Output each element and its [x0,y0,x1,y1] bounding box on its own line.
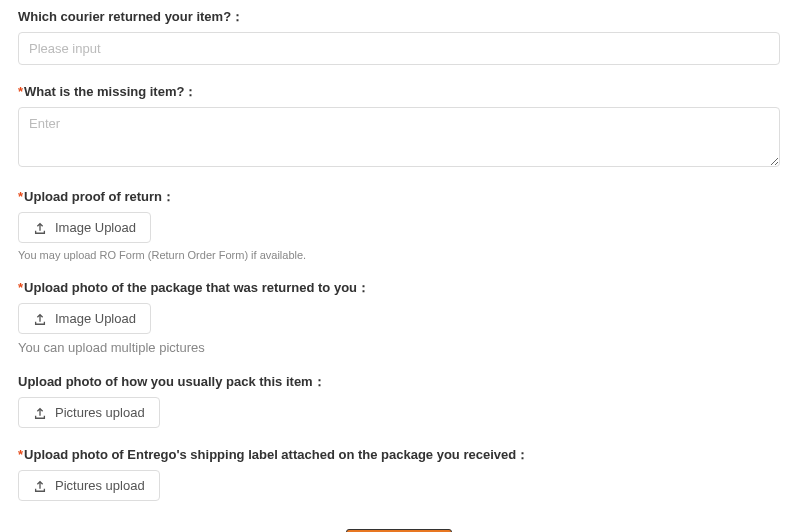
required-star-icon: * [18,447,23,462]
upload-packing-button[interactable]: Pictures upload [18,397,160,428]
label-proof-of-return: *Upload proof of return： [18,188,780,206]
form-group-package-photo: *Upload photo of the package that was re… [18,279,780,355]
upload-shipping-label-button[interactable]: Pictures upload [18,470,160,501]
label-text: Upload proof of return： [24,189,175,204]
courier-input[interactable] [18,32,780,65]
upload-button-label: Pictures upload [55,405,145,420]
label-text: Upload photo of Entrego's shipping label… [24,447,529,462]
upload-button-label: Image Upload [55,311,136,326]
upload-package-button[interactable]: Image Upload [18,303,151,334]
upload-icon [33,312,47,326]
form-group-proof-of-return: *Upload proof of return： Image Upload Yo… [18,188,780,261]
form-group-missing-item: *What is the missing item?： [18,83,780,170]
upload-icon [33,479,47,493]
helper-package-photo: You can upload multiple pictures [18,340,780,355]
label-package-photo: *Upload photo of the package that was re… [18,279,780,297]
label-shipping-label-photo: *Upload photo of Entrego's shipping labe… [18,446,780,464]
label-text: Upload photo of how you usually pack thi… [18,374,326,389]
upload-proof-button[interactable]: Image Upload [18,212,151,243]
required-star-icon: * [18,280,23,295]
form-group-packing-photo: Upload photo of how you usually pack thi… [18,373,780,428]
required-star-icon: * [18,189,23,204]
upload-icon [33,221,47,235]
helper-proof-of-return: You may upload RO Form (Return Order For… [18,249,780,261]
upload-icon [33,406,47,420]
label-courier: Which courier returned your item?： [18,8,780,26]
form-group-courier: Which courier returned your item?： [18,8,780,65]
label-missing-item: *What is the missing item?： [18,83,780,101]
missing-item-textarea[interactable] [18,107,780,167]
label-text: Upload photo of the package that was ret… [24,280,370,295]
upload-button-label: Image Upload [55,220,136,235]
label-text: What is the missing item?： [24,84,197,99]
form-group-shipping-label-photo: *Upload photo of Entrego's shipping labe… [18,446,780,501]
required-star-icon: * [18,84,23,99]
label-packing-photo: Upload photo of how you usually pack thi… [18,373,780,391]
upload-button-label: Pictures upload [55,478,145,493]
label-text: Which courier returned your item?： [18,9,244,24]
